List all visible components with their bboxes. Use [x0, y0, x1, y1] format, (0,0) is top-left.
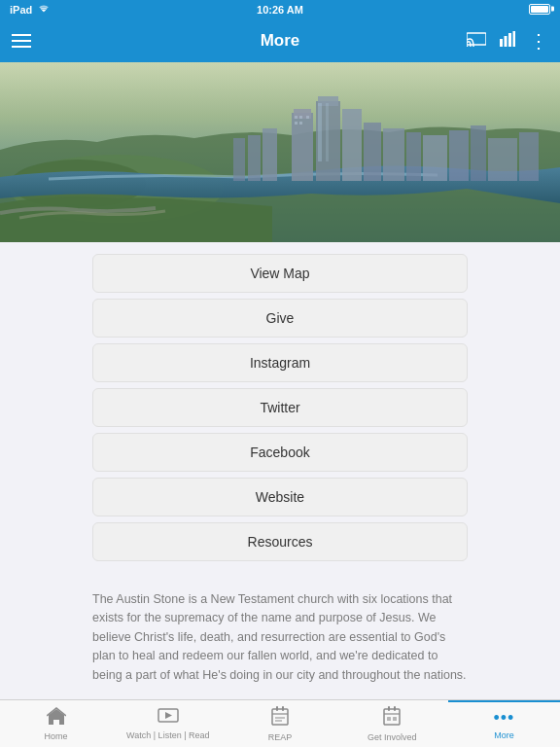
tab-reap-label: REAP [268, 732, 293, 742]
svg-rect-36 [282, 706, 284, 711]
menu-list: View MapGiveInstagramTwitterFacebookWebs… [0, 242, 560, 573]
tab-more[interactable]: ••• More [448, 700, 560, 747]
svg-rect-24 [423, 135, 447, 181]
svg-rect-41 [388, 706, 390, 711]
wifi-icon [37, 4, 51, 16]
svg-rect-28 [519, 132, 539, 181]
nav-title: More [261, 31, 300, 51]
hamburger-menu-button[interactable] [12, 34, 31, 48]
menu-item-twitter[interactable]: Twitter [92, 388, 468, 427]
status-left: iPad [10, 4, 51, 16]
svg-rect-2 [500, 39, 503, 47]
tab-home[interactable]: Home [0, 700, 112, 747]
tab-bar: Home Watch | Listen | Read REAP [0, 699, 560, 747]
hero-image [0, 62, 560, 242]
svg-rect-25 [449, 130, 469, 181]
tab-get-involved[interactable]: Get Involved [336, 700, 448, 747]
nav-bar: More ⋮ [0, 19, 560, 62]
svg-rect-22 [383, 128, 404, 181]
menu-item-resources[interactable]: Resources [92, 522, 468, 561]
svg-rect-18 [318, 103, 322, 161]
svg-rect-3 [505, 36, 508, 47]
watch-listen-read-tab-icon [158, 708, 179, 729]
carrier-label: iPad [10, 4, 32, 16]
svg-rect-4 [508, 33, 511, 47]
tab-home-label: Home [45, 731, 68, 741]
stats-icon[interactable] [500, 31, 515, 52]
tab-reap[interactable]: REAP [224, 700, 335, 747]
menu-item-instagram[interactable]: Instagram [92, 343, 468, 382]
tab-more-label: More [494, 730, 514, 740]
svg-rect-11 [295, 116, 298, 119]
svg-rect-23 [406, 132, 421, 181]
tab-watch-listen-read[interactable]: Watch | Listen | Read [112, 700, 224, 747]
svg-rect-27 [488, 138, 517, 181]
menu-item-facebook[interactable]: Facebook [92, 433, 468, 472]
svg-rect-29 [262, 128, 277, 181]
svg-rect-5 [513, 31, 516, 47]
tab-get-involved-label: Get Involved [368, 732, 417, 742]
svg-rect-15 [299, 122, 302, 124]
svg-rect-45 [393, 717, 397, 721]
svg-rect-13 [306, 116, 309, 119]
svg-rect-34 [272, 709, 288, 725]
nav-right-controls: ⋮ [467, 31, 548, 52]
battery-icon [529, 4, 550, 17]
menu-item-view-map[interactable]: View Map [92, 254, 468, 293]
more-tab-icon: ••• [493, 708, 514, 729]
cast-icon[interactable] [467, 31, 486, 52]
svg-rect-12 [299, 116, 302, 119]
svg-rect-42 [394, 706, 396, 711]
svg-rect-14 [295, 122, 298, 124]
menu-item-website[interactable]: Website [92, 478, 468, 516]
svg-rect-19 [326, 103, 329, 161]
description-text: The Austin Stone is a New Testament chur… [92, 590, 468, 685]
nav-left-controls [12, 34, 31, 48]
svg-rect-26 [471, 125, 486, 181]
status-time: 10:26 AM [257, 4, 303, 16]
svg-rect-30 [248, 135, 261, 181]
status-right [529, 4, 550, 17]
nav-more-icon[interactable]: ⋮ [529, 31, 548, 51]
svg-rect-44 [387, 717, 391, 721]
status-bar: iPad 10:26 AM [0, 0, 560, 19]
get-involved-tab-icon [383, 706, 401, 730]
svg-marker-33 [165, 712, 172, 719]
svg-rect-20 [342, 109, 362, 181]
menu-item-give[interactable]: Give [92, 299, 468, 338]
svg-rect-40 [384, 709, 400, 725]
reap-tab-icon [271, 706, 289, 730]
content-scroll[interactable]: View MapGiveInstagramTwitterFacebookWebs… [0, 62, 560, 699]
svg-rect-21 [364, 123, 381, 181]
tab-watch-listen-read-label: Watch | Listen | Read [126, 730, 209, 740]
home-tab-icon [47, 707, 66, 729]
svg-rect-35 [276, 706, 278, 711]
svg-rect-31 [233, 138, 245, 181]
description-section: The Austin Stone is a New Testament chur… [0, 573, 560, 699]
